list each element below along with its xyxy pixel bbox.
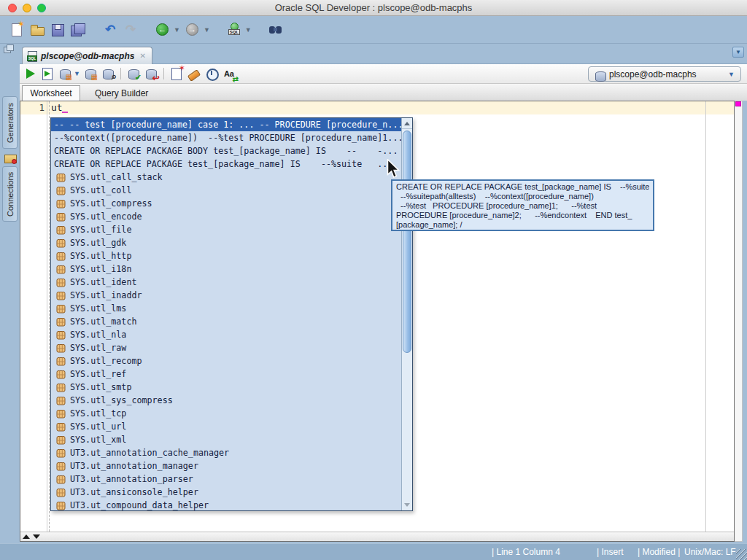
editor-bottom-strip <box>20 532 734 541</box>
completion-item-package[interactable]: SYS.utl_call_stack <box>51 171 403 184</box>
package-icon <box>56 383 66 392</box>
tab-query-builder[interactable]: Query Builder <box>89 85 154 101</box>
open-file-icon[interactable] <box>29 22 45 38</box>
statusbar: | Line 1 Column 4 | Insert | Modified | … <box>0 543 747 560</box>
completion-item-package[interactable]: SYS.utl_match <box>51 315 403 328</box>
completion-item-package[interactable]: UT3.ut_ansiconsole_helper <box>51 486 403 499</box>
completion-item-template[interactable]: -- -- test [procedure_name] case 1: ... … <box>51 118 403 131</box>
tab-list-dropdown-icon[interactable]: ▼ <box>732 47 744 58</box>
completion-item-package[interactable]: SYS.utl_ident <box>51 276 403 289</box>
sql-history-icon[interactable] <box>204 66 219 81</box>
tooltip-line: [package_name]; / <box>396 220 649 230</box>
new-file-icon[interactable] <box>9 22 25 38</box>
package-icon <box>56 304 66 314</box>
sidebar-tab-generators[interactable]: Generators <box>2 96 18 149</box>
autotrace-icon[interactable] <box>83 66 98 81</box>
tooltip-line: --%suitepath(alltests) --%context([proce… <box>396 192 649 201</box>
clear-icon[interactable] <box>187 66 201 81</box>
tab-worksheet[interactable]: Worksheet <box>22 85 80 101</box>
run-script-icon[interactable] <box>40 66 55 81</box>
completion-item-package[interactable]: UT3.ut_annotation_manager <box>51 459 403 472</box>
completion-item-package[interactable]: SYS.utl_raw <box>51 341 403 354</box>
scrollbar-down-icon[interactable] <box>402 499 412 510</box>
commit-icon[interactable] <box>126 66 141 81</box>
generators-label: Generators <box>6 102 15 142</box>
completion-item-package[interactable]: SYS.utl_xml <box>51 433 403 446</box>
completion-item-package[interactable]: UT3.ut_annotation_cache_manager <box>51 446 403 459</box>
tab-query-builder-label: Query Builder <box>95 88 148 98</box>
completion-item-package[interactable]: SYS.utl_lms <box>51 302 403 315</box>
forward-dropdown-icon[interactable]: ▼ <box>204 26 210 34</box>
completion-item-label: SYS.utl_coll <box>70 184 131 197</box>
tooltip-line: --%test PROCEDURE [procedure_name]1; --%… <box>396 201 649 211</box>
run-statement-icon[interactable] <box>23 66 37 81</box>
titlebar[interactable]: Oracle SQL Developer : plscope@odb-macph… <box>0 0 747 16</box>
unshared-worksheet-icon[interactable] <box>169 66 184 81</box>
scrollbar-up-icon[interactable] <box>402 118 412 129</box>
tab-close-icon[interactable]: ✕ <box>139 52 145 60</box>
connections-dropdown-icon[interactable]: ▼ <box>245 26 252 34</box>
completion-item-label: SYS.utl_encode <box>70 210 142 223</box>
package-icon <box>56 212 66 222</box>
completion-item-package[interactable]: UT3.ut_compound_data_helper <box>51 499 403 512</box>
tooltip-line: PROCEDURE [procedure_name]2; --%endconte… <box>396 211 649 220</box>
scroll-up-arrow-icon[interactable] <box>23 534 30 539</box>
search-icon[interactable] <box>268 22 284 38</box>
completion-item-template[interactable]: CREATE OR REPLACE PACKAGE test_[package_… <box>51 158 403 171</box>
package-icon <box>56 409 66 419</box>
explain-plan-dropdown-icon[interactable]: ▼ <box>74 70 80 77</box>
save-all-icon[interactable] <box>70 22 86 38</box>
scroll-down-arrow-icon[interactable] <box>33 534 40 539</box>
completion-item-package[interactable]: SYS.utl_inaddr <box>51 289 403 302</box>
worksheet-subtabs: Worksheet Query Builder <box>20 84 747 101</box>
change-marker[interactable] <box>735 101 741 106</box>
connection-combo-dropdown-icon[interactable]: ▼ <box>728 71 735 78</box>
completion-item-label: SYS.utl_ref <box>70 368 126 381</box>
sidebar-tab-connections[interactable]: Connections <box>2 166 18 222</box>
status-modified: | Modified | <box>638 547 680 557</box>
gutter-border <box>47 101 47 532</box>
completion-item-package[interactable]: SYS.utl_smtp <box>51 381 403 394</box>
completion-item-package[interactable]: SYS.utl_ref <box>51 368 403 381</box>
completion-item-package[interactable]: SYS.utl_i18n <box>51 262 403 276</box>
completion-item-package[interactable]: SYS.utl_sys_compress <box>51 394 403 407</box>
scrollbar-thumb[interactable] <box>403 131 411 353</box>
back-dropdown-icon[interactable]: ▼ <box>174 26 180 34</box>
completion-item-label: SYS.utl_http <box>70 249 131 262</box>
completion-item-package[interactable]: SYS.utl_tcp <box>51 407 403 420</box>
save-icon[interactable] <box>50 22 66 38</box>
completion-item-label: SYS.utl_tcp <box>70 407 126 420</box>
package-icon <box>56 317 66 327</box>
rollback-icon[interactable] <box>144 66 158 81</box>
completion-item-package[interactable]: SYS.utl_gdk <box>51 236 403 249</box>
tab-worksheet-connection[interactable]: plscope@odb-macphs ✕ <box>22 47 152 64</box>
line-number: 1 <box>20 101 44 114</box>
completion-item-package[interactable]: SYS.utl_http <box>51 249 403 262</box>
completion-item-package[interactable]: SYS.utl_coll <box>51 184 403 197</box>
completion-item-package[interactable]: UT3.ut_annotation_parser <box>51 472 403 486</box>
overview-ruler[interactable] <box>735 101 743 542</box>
sql-tuning-advisor-icon[interactable] <box>101 66 115 81</box>
change-case-icon[interactable]: Aa <box>222 66 236 81</box>
completion-item-package[interactable]: SYS.utl_recomp <box>51 354 403 368</box>
completion-item-package[interactable]: SYS.utl_nla <box>51 328 403 341</box>
completion-item-package[interactable]: SYS.utl_file <box>51 223 403 236</box>
completion-item-package[interactable]: SYS.utl_compress <box>51 197 403 210</box>
connections-folder-icon[interactable] <box>4 151 20 164</box>
completion-item-package[interactable]: SYS.utl_encode <box>51 210 403 223</box>
package-icon <box>56 225 66 235</box>
completion-item-template[interactable]: CREATE OR REPLACE PACKAGE BODY test_[pac… <box>51 144 403 158</box>
connection-combo[interactable]: plscope@odb-macphs ▼ <box>588 66 741 82</box>
popup-scrollbar[interactable] <box>401 118 412 510</box>
explain-plan-icon[interactable] <box>58 66 72 81</box>
resize-grip[interactable] <box>736 549 747 560</box>
completion-item-label: SYS.utl_raw <box>70 341 126 354</box>
back-icon[interactable]: ← <box>155 22 171 38</box>
completion-item-package[interactable]: SYS.utl_url <box>51 420 403 433</box>
restore-panel-icon[interactable] <box>0 44 16 60</box>
completion-item-label: SYS.utl_call_stack <box>70 171 163 184</box>
undo-icon[interactable]: ↶ <box>102 22 118 38</box>
completion-item-template[interactable]: --%context([procedure_name]) --%test PRO… <box>51 131 403 144</box>
database-icon <box>593 69 605 80</box>
connections-icon[interactable] <box>226 22 242 38</box>
